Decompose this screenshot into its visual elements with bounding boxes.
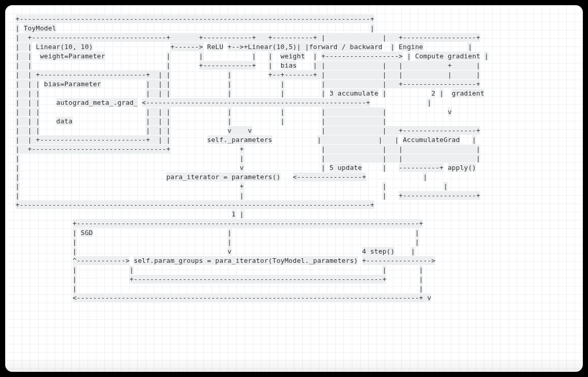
label-self-parameters: self._parameters: [207, 135, 272, 144]
ascii-diagram: +---------------------------------------…: [15, 14, 573, 303]
model-title: ToyModel: [24, 24, 56, 33]
step-3: 3 accumulate: [330, 89, 379, 98]
label-forward-backward: forward / backward: [309, 42, 382, 51]
linear1-weight: weight=Parameter: [40, 52, 105, 60]
step-2: 2: [431, 89, 435, 98]
linear1-autograd: autograd_meta_.grad_: [56, 98, 138, 107]
sgd-name: SGD: [80, 228, 93, 237]
engine-name: Engine: [399, 42, 423, 51]
engine-compute: Compute gradient: [415, 52, 480, 60]
linear2-name: Linear(10,5): [248, 42, 297, 51]
step-5: 5 update: [330, 163, 362, 172]
relu-name: ReLU: [207, 42, 224, 51]
linear2-weight: weight: [281, 52, 305, 60]
step-1: 1: [232, 210, 236, 218]
accgrad-name: AccumulateGrad: [403, 135, 460, 144]
label-para-iterator: para_iterator = parameters(): [166, 172, 280, 181]
linear1-bias: bias=Parameter: [44, 80, 101, 88]
linear2-bias: bias: [281, 61, 297, 70]
diagram-card: +---------------------------------------…: [5, 5, 583, 372]
accgrad-apply: apply(): [448, 163, 476, 172]
sgd-field: self.param_groups = para_iterator(ToyMod…: [134, 256, 358, 265]
label-gradient: gradient: [452, 89, 484, 98]
linear1-name: Linear(10, 10): [36, 42, 93, 51]
linear1-data: data: [56, 117, 73, 125]
step-4: 4 step(): [362, 247, 395, 256]
